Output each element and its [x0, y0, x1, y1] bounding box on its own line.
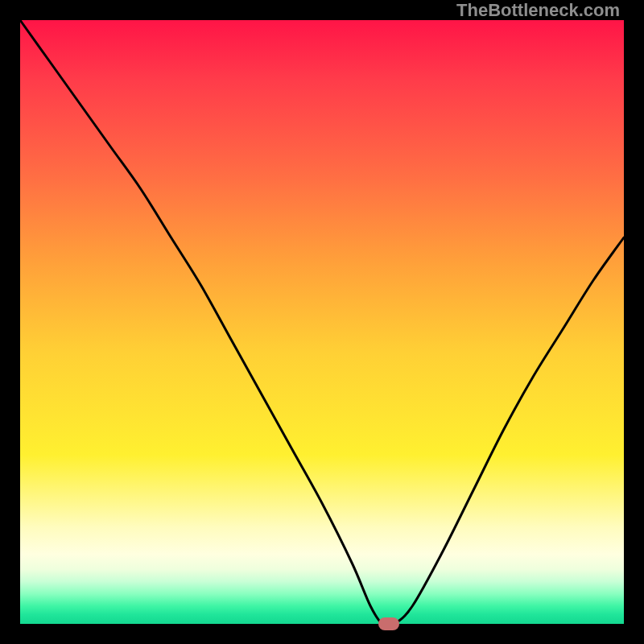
plot-area — [20, 20, 624, 624]
watermark-label: TheBottleneck.com — [456, 0, 620, 21]
chart-stage: TheBottleneck.com — [0, 0, 644, 644]
bottleneck-curve — [20, 20, 624, 624]
minimum-marker — [378, 617, 399, 630]
